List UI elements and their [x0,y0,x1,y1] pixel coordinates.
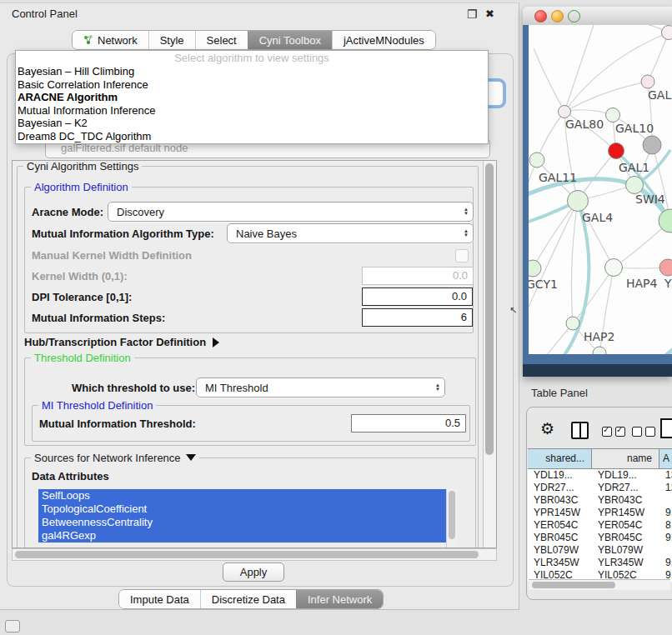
gear-icon[interactable]: ⚙ [540,419,554,438]
dropdown-item-basic-correlation[interactable]: Basic Correlation Inference [16,78,488,92]
table-row[interactable]: YDR27...YDR27...12 [528,482,672,494]
tab-jactivemnodules[interactable]: jActiveMNodules [332,31,435,49]
kernel-width-field[interactable]: 0.0 [362,267,474,285]
mi-type-combo[interactable]: Naive Bayes ▲▼ [227,223,474,243]
network-node-gal7[interactable] [641,75,654,88]
network-node-y-node[interactable] [659,259,672,276]
network-edge[interactable] [571,201,578,323]
table-function-icon[interactable] [660,418,672,438]
tab-discretize-data-label: Discretize Data [212,593,285,606]
column-layout-icon[interactable] [571,422,589,439]
dropdown-item-dream8[interactable]: Dream8 DC_TDC Algorithm [16,130,488,143]
network-window-titlebar[interactable] [523,7,672,26]
zoom-traffic-light-icon[interactable] [568,10,580,22]
table-row[interactable]: YLR345WYLR345W9. [528,557,672,569]
network-node-bottom-node[interactable] [593,347,606,354]
network-node-gcy1[interactable] [529,260,541,277]
sources-title-text: Sources for Network Inference [34,452,181,464]
table-cell: YBR043C [528,494,592,507]
network-node-gal10[interactable] [606,108,620,122]
control-panel-tabbar: Network Style Select Cyni Toolbox jActiv… [72,30,436,50]
which-threshold-combo[interactable]: MI Threshold ▲▼ [196,378,445,398]
float-window-icon[interactable]: ❐ [467,8,478,21]
column-header-name[interactable]: name [592,449,659,468]
network-node-label: GAL4 [582,211,613,224]
deselect-all-columns-icon[interactable] [632,427,655,437]
attributes-list-scrollbar[interactable] [446,489,457,548]
sources-group: Sources for Network Inference Data Attri… [24,458,476,548]
network-node-red-node[interactable] [609,143,624,159]
apply-button[interactable]: Apply [223,562,284,582]
dropdown-item-mutual-information[interactable]: Mutual Information Inference [16,104,488,118]
close-window-icon[interactable]: ✖ [485,8,494,20]
list-item-betweennesscentrality[interactable]: BetweennessCentrality [38,516,446,529]
network-node-gray-node[interactable] [643,136,661,154]
manual-kernel-checkbox[interactable] [455,249,469,262]
tab-select[interactable]: Select [195,31,248,49]
select-all-columns-icon[interactable] [602,427,625,437]
network-node-swi4[interactable] [659,209,672,232]
tab-infer-network[interactable]: Infer Network [296,590,383,608]
table-cell: YER054C [592,519,659,532]
table-row[interactable]: YBR043CYBR043C [528,494,672,507]
list-item-gal4rgexp[interactable]: gal4RGexp [38,529,446,542]
table-row[interactable]: YPR145WYPR145W9. [528,507,672,519]
dropdown-item-bayesian-hill-climbing[interactable]: Bayesian – Hill Climbing [16,65,488,78]
dock-panel-icon[interactable] [5,620,20,632]
network-edge[interactable] [599,346,672,354]
scrollbar-thumb[interactable] [15,551,479,558]
hub-definition-row[interactable]: Hub/Transcription Factor Definition [24,336,219,348]
table-row[interactable]: YDL19...YDL19...13 [528,469,672,482]
network-node-top-right[interactable] [662,26,672,40]
table-cell: YPR145W [528,507,592,519]
control-panel-title: Control Panel [12,8,78,20]
expand-arrow-icon[interactable] [213,338,219,348]
data-attributes-label: Data Attributes [32,470,109,482]
column-divider [579,423,581,438]
network-canvas-svg[interactable]: GAL7GAL80GAL10GAL11GAL1SWI4GAL4GCY1HAP4Y… [529,25,672,354]
network-node-gal80[interactable] [559,106,571,118]
collapse-arrow-icon[interactable] [186,454,196,461]
table-row[interactable]: YBL079WYBL079W [528,544,672,557]
tab-impute-data[interactable]: Impute Data [119,590,200,608]
column-header-partial[interactable]: A [659,449,672,468]
settings-vertical-scrollbar[interactable] [483,161,496,548]
dropdown-item-bayesian-k2[interactable]: Bayesian – K2 [16,117,488,130]
list-item-selfloops[interactable]: SelfLoops [38,489,446,502]
network-edge[interactable] [534,48,564,112]
tab-cyni-toolbox[interactable]: Cyni Toolbox [248,31,332,49]
table-cell: YLR345W [592,557,659,569]
network-node-hap2[interactable] [566,317,579,330]
table-row[interactable]: YER054CYER054C8. [528,519,672,532]
network-window-frame: GAL7GAL80GAL10GAL11GAL1SWI4GAL4GCY1HAP4Y… [523,25,672,377]
settings-horizontal-scrollbar[interactable] [12,548,497,561]
tab-discretize-data[interactable]: Discretize Data [200,590,296,608]
minimize-traffic-light-icon[interactable] [551,10,564,22]
list-item-topologicalcoefficient[interactable]: TopologicalCoefficient [38,502,446,516]
checked-box-icon [602,427,612,437]
scrollbar-thumb[interactable] [532,582,615,588]
scrollbar-thumb[interactable] [485,163,494,455]
column-header-shared-name[interactable]: shared... [528,449,592,468]
mouse-cursor: ↖ [509,305,517,316]
node-table: shared... name A YDL19...YDL19...13YDR27… [528,448,672,582]
dropdown-item-aracne[interactable]: ARACNE Algorithm [16,91,488,104]
mi-threshold-field[interactable]: 0.5 [351,414,466,432]
close-traffic-light-icon[interactable] [534,10,547,22]
table-horizontal-scrollbar[interactable] [529,579,670,590]
network-node-gal11[interactable] [529,152,544,168]
table-panel-title: Table Panel [531,387,588,399]
tab-style[interactable]: Style [148,31,195,49]
network-node-gal4[interactable] [568,191,589,212]
tab-network[interactable]: Network [73,31,148,49]
network-node-hap4[interactable] [605,259,623,277]
dpi-tolerance-field[interactable]: 0.0 [362,288,473,306]
network-edge[interactable] [537,112,564,160]
table-cell: 12 [659,482,672,494]
scrollbar-thumb[interactable] [449,491,455,539]
table-row[interactable]: YBR045CYBR045C9. [528,532,672,544]
aracne-mode-combo[interactable]: Discovery ▲▼ [108,202,474,222]
mi-steps-field[interactable]: 6 [362,308,473,327]
network-edge[interactable] [573,268,614,323]
network-node-gal1[interactable] [626,177,644,194]
